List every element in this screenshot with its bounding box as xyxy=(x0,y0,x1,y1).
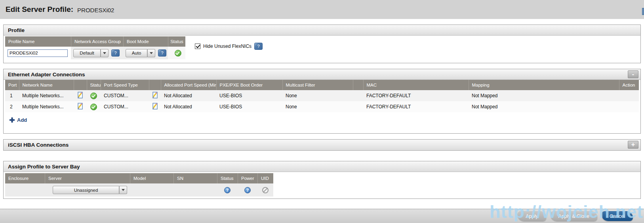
profile-panel-header: Profile xyxy=(4,25,640,36)
profile-section-title: Profile xyxy=(8,27,25,33)
assign-profile-panel: Assign Profile to Server Bay Enclosure S… xyxy=(3,161,641,199)
iscsi-panel-header: iSCSI HBA Connections + xyxy=(4,140,640,150)
ethernet-header-row: Port Network Name Status Port Speed Type… xyxy=(5,80,639,90)
ethernet-row-2: 2 Multiple Networks... CUSTOM... xyxy=(5,101,639,112)
edit-network-button[interactable] xyxy=(74,101,87,112)
assign-server-bay-table: Enclosure Server Model SN Status Power U… xyxy=(5,173,273,197)
eth-col-mac: MAC xyxy=(363,80,469,90)
edit-pencil-icon xyxy=(77,92,84,98)
boot-mode-help-button[interactable]: ? xyxy=(158,49,166,57)
status-ok-icon xyxy=(90,104,97,110)
iscsi-section-title: iSCSI HBA Connections xyxy=(8,142,69,148)
plus-icon xyxy=(9,117,15,123)
vertical-scrollbar-thumb[interactable] xyxy=(642,8,644,15)
profile-panel: Profile Profile Name Network Access Grou… xyxy=(3,25,641,63)
uid-off-icon xyxy=(262,187,269,193)
chevron-down-icon[interactable] xyxy=(101,49,109,57)
connection-status-cell xyxy=(87,90,101,101)
server-bay-dropdown[interactable]: Unassigned xyxy=(53,186,127,194)
status-ok-icon xyxy=(90,93,97,99)
eth-col-port: Port xyxy=(5,80,19,90)
eth-col-status: Status xyxy=(87,80,101,90)
port-speed-type: CUSTOM... xyxy=(101,101,149,112)
port-speed-type: CUSTOM... xyxy=(101,90,149,101)
footer-action-bar: Apply Apply & Close Cancel xyxy=(0,209,644,223)
pxe-boot-order: USE-BIOS xyxy=(216,90,282,101)
assign-section-title: Assign Profile to Server Bay xyxy=(8,164,80,170)
edit-pencil-icon xyxy=(152,92,158,98)
eth-col-pxe-boot-order: PXE/PXE Boot Order xyxy=(216,80,282,90)
eth-col-allocated-speed: Allocated Port Speed (Min... xyxy=(161,80,216,90)
multicast-filter: None xyxy=(282,101,353,112)
action-cell xyxy=(619,90,639,101)
assign-col-sn: SN xyxy=(173,173,217,183)
apply-and-close-button[interactable]: Apply & Close xyxy=(551,211,598,221)
edit-speed-button[interactable] xyxy=(149,90,161,101)
ethernet-section-title: Ethernet Adapter Connections xyxy=(8,72,85,77)
pxe-boot-order: USE-BIOS xyxy=(216,101,282,112)
add-connection-label: Add xyxy=(17,117,27,123)
collapse-section-button[interactable]: - xyxy=(628,70,638,78)
boot-mode-dropdown[interactable]: Auto xyxy=(126,49,155,57)
expand-section-button[interactable]: + xyxy=(628,141,638,149)
profile-col-network-access-group: Network Access Group xyxy=(71,36,123,47)
apply-button[interactable]: Apply xyxy=(518,211,546,221)
edit-network-button[interactable] xyxy=(74,90,87,101)
spacer-cell xyxy=(353,101,363,112)
sn-cell xyxy=(173,183,217,197)
network-access-group-help-button[interactable]: ? xyxy=(111,49,120,57)
assign-col-power: Power xyxy=(238,173,257,183)
hide-unused-flexnics-label: Hide Unused FlexNICs xyxy=(203,43,252,49)
eth-col-multicast-filter: Multicast Filter xyxy=(282,80,353,90)
profile-status-ok-icon xyxy=(175,50,181,57)
network-name: Multiple Networks... xyxy=(19,90,74,101)
eth-col-mapping: Mapping xyxy=(469,80,619,90)
edit-speed-button[interactable] xyxy=(149,101,161,112)
multicast-filter: None xyxy=(282,90,353,101)
allocated-port-speed: Not Allocated xyxy=(161,101,216,112)
eth-col-spacer xyxy=(353,80,363,90)
ethernet-adapter-connections-panel: Ethernet Adapter Connections - Port Netw… xyxy=(3,69,641,134)
status-unknown-icon: ? xyxy=(224,187,231,193)
ethernet-panel-header: Ethernet Adapter Connections - xyxy=(4,69,640,80)
page-title: Edit Server Profile: xyxy=(6,5,73,14)
chevron-down-icon[interactable] xyxy=(119,186,127,194)
profile-name-input[interactable] xyxy=(8,49,68,57)
eth-col-network-name: Network Name xyxy=(19,80,74,90)
spacer-cell xyxy=(353,90,363,101)
network-access-group-dropdown[interactable]: Default xyxy=(73,49,109,57)
server-bay-value: Unassigned xyxy=(53,186,119,194)
network-name: Multiple Networks... xyxy=(19,101,74,112)
eth-col-edit xyxy=(74,80,87,90)
mac-address: FACTORY-DEFAULT xyxy=(363,101,469,112)
port-number: 2 xyxy=(5,101,19,112)
profile-col-boot-mode: Boot Mode xyxy=(123,36,168,47)
page-title-profile-name: PRODESXi02 xyxy=(77,6,114,13)
eth-col-action: Action xyxy=(619,80,639,90)
mac-address: FACTORY-DEFAULT xyxy=(363,90,469,101)
hide-unused-flexnics-checkbox[interactable] xyxy=(195,43,200,49)
assign-panel-header: Assign Profile to Server Bay xyxy=(4,161,640,172)
boot-mode-value: Auto xyxy=(126,49,147,57)
eth-col-port-speed-type: Port Speed Type xyxy=(101,80,149,90)
allocated-port-speed: Not Allocated xyxy=(161,90,216,101)
add-connection-button[interactable]: Add xyxy=(9,117,639,123)
assign-col-server: Server xyxy=(45,173,130,183)
assign-col-model: Model xyxy=(130,173,173,183)
assign-col-uid: UID xyxy=(257,173,273,183)
chevron-down-icon[interactable] xyxy=(147,49,155,57)
profile-table: Profile Name Network Access Group Boot M… xyxy=(5,36,185,59)
cancel-button[interactable]: Cancel xyxy=(602,211,633,221)
hide-unused-flexnics-help-button[interactable]: ? xyxy=(254,43,263,50)
enclosure-cell xyxy=(5,183,45,197)
iscsi-hba-connections-panel: iSCSI HBA Connections + xyxy=(3,139,641,151)
ethernet-row-1: 1 Multiple Networks... CUSTOM... xyxy=(5,90,639,101)
assign-col-enclosure: Enclosure xyxy=(5,173,45,183)
edit-pencil-icon xyxy=(77,103,84,110)
eth-col-edit2 xyxy=(149,80,161,90)
model-cell xyxy=(130,183,173,197)
title-bar: Edit Server Profile: PRODESXi02 xyxy=(0,0,644,19)
mapping: Not Mapped xyxy=(469,101,619,112)
mapping: Not Mapped xyxy=(469,90,619,101)
power-unknown-icon: ? xyxy=(244,187,251,193)
